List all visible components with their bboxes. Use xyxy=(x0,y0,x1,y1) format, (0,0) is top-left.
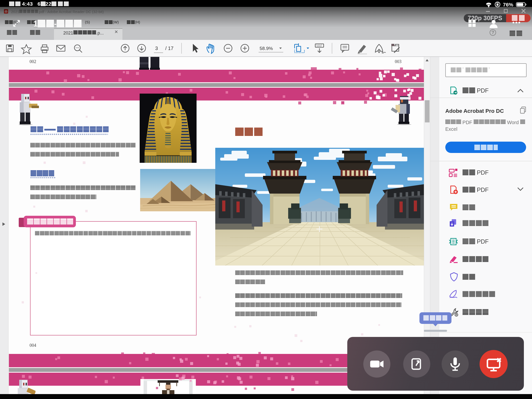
svg-text:58.9%: 58.9% xyxy=(260,46,273,51)
svg-text:3: 3 xyxy=(155,46,158,51)
svg-text:/ 17: / 17 xyxy=(165,46,173,51)
svg-text:76%: 76% xyxy=(503,2,513,7)
